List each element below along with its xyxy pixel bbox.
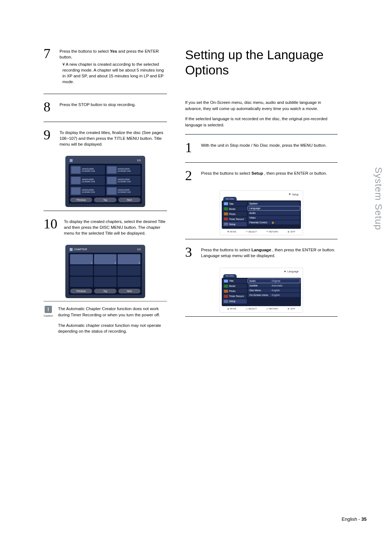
title-cell: JAN/01/200512:00AM CH9 bbox=[106, 186, 141, 196]
photo-icon bbox=[224, 212, 228, 215]
caution-text-1: The Automatic Chapter Creator function d… bbox=[58, 306, 167, 318]
label: Audio bbox=[249, 280, 270, 282]
label: Disc Menu bbox=[249, 289, 270, 292]
label: Photo bbox=[229, 213, 236, 215]
section-title: Setting up the Language Options bbox=[185, 47, 338, 78]
index: 3 bbox=[139, 262, 140, 264]
chapter-cell-empty bbox=[94, 277, 117, 287]
divider bbox=[185, 134, 338, 135]
step-2: 2 Press the buttons to select Setup , th… bbox=[185, 169, 338, 185]
divider bbox=[44, 122, 167, 122]
label: Photo bbox=[229, 290, 236, 292]
foot-exit: ⦻ EXIT bbox=[287, 308, 295, 310]
chapter-menu-screenshot: CHAPTER 1/1 1 2 3 bbox=[65, 245, 145, 298]
exclamation-icon: ! bbox=[45, 306, 52, 313]
nav-glyph-icon: ❖ bbox=[289, 193, 291, 196]
page-indicator: 1/1 bbox=[137, 159, 141, 162]
caution-icon: ! Caution bbox=[44, 306, 53, 334]
text: buttons to select bbox=[78, 49, 110, 53]
title-cell: JAN/01/200512:00AM CH9 bbox=[70, 176, 105, 185]
menu-row-parental: Parental Control🔒 bbox=[248, 220, 300, 224]
step-9: 9 To display the created titles, finaliz… bbox=[44, 129, 167, 151]
value: : Original bbox=[270, 280, 280, 282]
chapter-glyph-icon bbox=[70, 248, 73, 251]
text: buttons to select bbox=[220, 171, 252, 175]
time: 12:00AM CH9 bbox=[82, 191, 95, 193]
setup-osd-screenshot: ❖Setup No Disc Title Music Photo Timer R… bbox=[220, 190, 303, 235]
label: SELECT bbox=[248, 231, 257, 233]
top-button: Top bbox=[94, 198, 116, 202]
text: button. bbox=[314, 171, 327, 175]
foot-select: ⏎ SELECT bbox=[246, 230, 257, 233]
side-item-setup: Setup bbox=[223, 222, 247, 226]
previous-button: Previous bbox=[70, 289, 92, 293]
step-number: 10 bbox=[44, 218, 61, 236]
next-button: Next bbox=[118, 198, 140, 202]
osd-header: Language bbox=[287, 270, 299, 273]
step-text: To display the created chapters, select … bbox=[64, 218, 167, 236]
step-text: Press the buttons to select Yes and pres… bbox=[60, 47, 167, 85]
text: buttons to select bbox=[220, 248, 252, 252]
page-indicator: 1/1 bbox=[137, 248, 141, 251]
label: EXIT bbox=[290, 231, 295, 233]
time: 12:00AM CH9 bbox=[118, 180, 131, 183]
step-text: Press the buttons to select Language , t… bbox=[201, 246, 335, 259]
thumbnail bbox=[107, 187, 117, 195]
menu-row-language: Language bbox=[248, 206, 300, 210]
music-icon bbox=[224, 285, 228, 288]
section-side-label: System Setup bbox=[373, 167, 384, 230]
divider bbox=[185, 162, 338, 163]
thumbnail bbox=[71, 177, 81, 184]
step-3: 3 Press the buttons to select Language ,… bbox=[185, 246, 338, 262]
label: RETURN bbox=[269, 308, 278, 310]
divider bbox=[44, 211, 167, 211]
page-number: 35 bbox=[362, 516, 367, 522]
footer-language: English bbox=[342, 516, 357, 522]
title-cell: JAN/01/200512:00AM CH9 bbox=[70, 186, 105, 196]
chapter-cell: 3 bbox=[118, 254, 140, 264]
step-number: 9 bbox=[44, 129, 57, 147]
thumbnail bbox=[107, 166, 117, 174]
caution-label: Caution bbox=[44, 314, 53, 317]
title-cell: JAN/01/200512:00AM CH9 bbox=[70, 165, 105, 175]
lang-row-disc-menu: Disc Menu: English bbox=[248, 288, 300, 292]
text: , then press the ENTER or bbox=[272, 248, 322, 252]
side-item-photo: Photo bbox=[223, 212, 247, 216]
lang-row-audio: Audio: Original bbox=[248, 279, 300, 283]
top-button: Top bbox=[94, 289, 116, 293]
footer-sep: - bbox=[357, 516, 362, 522]
label: Parental Control bbox=[249, 221, 270, 224]
chapter-cell-empty bbox=[70, 277, 93, 287]
menu-row-video: Video bbox=[248, 216, 300, 220]
intro-paragraph-2: If the selected language is not recorded… bbox=[185, 116, 338, 129]
side-item-photo: Photo bbox=[223, 289, 247, 293]
chapter-cell-empty bbox=[118, 277, 140, 287]
lang-row-onscreen-menu: On-Screen menu: English bbox=[248, 293, 300, 297]
label: Timer Record bbox=[229, 218, 244, 220]
step-number: 2 bbox=[185, 169, 198, 182]
label: Timer Record bbox=[229, 295, 244, 297]
label: Subtitle bbox=[249, 284, 270, 287]
step-7: 7 Press the buttons to select Yes and pr… bbox=[44, 47, 167, 89]
lock-icon: 🔒 bbox=[271, 221, 274, 224]
menu-row-system: System bbox=[248, 202, 300, 206]
thumbnail bbox=[107, 177, 117, 184]
step-number: 3 bbox=[185, 246, 198, 259]
left-column: 7 Press the buttons to select Yes and pr… bbox=[44, 47, 167, 518]
chapter-cell-empty bbox=[70, 265, 93, 276]
label: MOVE bbox=[230, 231, 236, 233]
value: : English bbox=[270, 294, 280, 296]
text: Language setup menu will be displayed. bbox=[201, 253, 275, 258]
step-10: 10 To display the created chapters, sele… bbox=[44, 218, 167, 240]
osd-header: Setup bbox=[292, 193, 299, 196]
thumbnail bbox=[71, 187, 81, 195]
divider bbox=[185, 316, 338, 317]
setup-icon bbox=[224, 300, 228, 303]
intro-paragraph-1: If you set the On-Screen menu, disc menu… bbox=[185, 100, 338, 112]
previous-button: Previous bbox=[70, 198, 92, 202]
chapter-cell: 1 bbox=[70, 254, 93, 264]
text: , then press the ENTER or bbox=[264, 171, 314, 175]
language-osd-screenshot: ❖Language No Disc Title Music Photo Time… bbox=[220, 268, 303, 313]
step-number: 1 bbox=[185, 141, 198, 154]
step-number: 8 bbox=[44, 101, 57, 113]
